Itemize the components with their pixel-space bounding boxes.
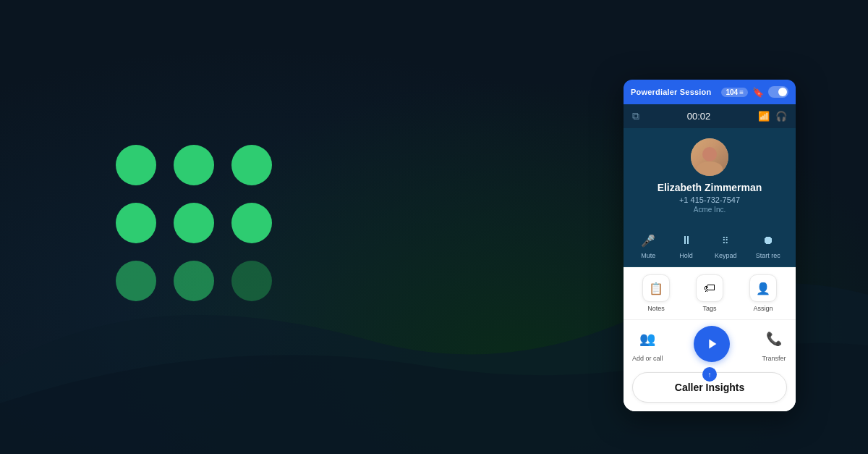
- transfer-button[interactable]: 📞 Transfer: [761, 326, 787, 362]
- dot-2-2: [174, 203, 214, 243]
- transfer-icon: 📞: [761, 326, 787, 352]
- keypad-icon: ⠿: [716, 231, 735, 250]
- transfer-label: Transfer: [762, 355, 786, 362]
- call-timer-bar: ⧉ 00:02 📶 🎧: [624, 104, 796, 128]
- avatar: [691, 138, 728, 176]
- action-row: 📋 Notes 🏷 Tags 👤 Assign: [624, 267, 796, 319]
- call-controls: 🎤 Mute ⏸ Hold ⠿ Keypad ⏺ Start rec: [624, 224, 796, 267]
- start-rec-label: Start rec: [756, 252, 780, 259]
- add-call-label: Add or call: [632, 355, 663, 362]
- mute-icon: 🎤: [639, 231, 658, 250]
- notes-label: Notes: [647, 305, 665, 312]
- dot-1-3: [231, 145, 272, 185]
- contact-name: Elizabeth Zimmerman: [632, 182, 787, 193]
- call-right-icons: 📶 🎧: [758, 111, 787, 122]
- widget-header: Powerdialer Session 104 ≡ 🔖: [624, 80, 796, 104]
- call-timer: 00:02: [687, 111, 711, 122]
- contact-phone: +1 415-732-7547: [632, 196, 787, 204]
- dot-1-2: [174, 145, 214, 185]
- add-or-call-button[interactable]: 👥 Add or call: [632, 326, 663, 362]
- contact-company: Acme Inc.: [632, 206, 787, 214]
- hold-icon: ⏸: [677, 231, 696, 250]
- insights-arrow-icon: [702, 367, 717, 382]
- headset-icon: 🎧: [775, 111, 787, 122]
- dot-3-2: [174, 261, 214, 301]
- notes-icon: 📋: [642, 274, 670, 302]
- add-call-icon: 👥: [634, 326, 660, 352]
- dot-2-1: [116, 203, 156, 243]
- assign-button[interactable]: 👤 Assign: [749, 274, 777, 312]
- screen-share-icon: ⧉: [632, 110, 639, 122]
- next-call-button[interactable]: [694, 326, 730, 362]
- header-controls: 104 ≡ 🔖: [721, 86, 788, 98]
- dot-3-3: [231, 261, 272, 301]
- dot-1-1: [116, 145, 156, 185]
- call-count-badge: 104 ≡: [721, 88, 748, 97]
- keypad-label: Keypad: [715, 252, 737, 259]
- play-icon: [704, 336, 720, 352]
- notes-button[interactable]: 📋 Notes: [642, 274, 670, 312]
- hold-button[interactable]: ⏸ Hold: [677, 231, 696, 259]
- phone-widget: Powerdialer Session 104 ≡ 🔖 ⧉ 00:02 📶 🎧 …: [624, 80, 796, 411]
- nav-row: 👥 Add or call 📞 Transfer: [624, 319, 796, 368]
- bookmark-icon[interactable]: 🔖: [752, 87, 764, 98]
- mute-label: Mute: [641, 252, 655, 259]
- signal-icon: 📶: [758, 111, 770, 122]
- caller-insights-container: Caller Insights: [624, 368, 796, 411]
- tags-button[interactable]: 🏷 Tags: [696, 274, 723, 312]
- dot-grid: [116, 145, 272, 301]
- caller-insights-button[interactable]: Caller Insights: [632, 372, 787, 403]
- keypad-button[interactable]: ⠿ Keypad: [715, 231, 737, 259]
- hold-label: Hold: [679, 252, 693, 259]
- avatar-image: [691, 138, 728, 176]
- widget-title: Powerdialer Session: [631, 88, 711, 96]
- start-rec-button[interactable]: ⏺ Start rec: [756, 231, 780, 259]
- caller-insights-label: Caller Insights: [675, 382, 744, 393]
- assign-icon: 👤: [749, 274, 777, 302]
- dot-2-3: [231, 203, 272, 243]
- contact-area: Elizabeth Zimmerman +1 415-732-7547 Acme…: [624, 128, 796, 224]
- tags-icon: 🏷: [696, 274, 723, 302]
- record-icon: ⏺: [759, 231, 778, 250]
- session-toggle[interactable]: [768, 86, 788, 98]
- dot-3-1: [116, 261, 156, 301]
- tags-label: Tags: [702, 305, 716, 312]
- mute-button[interactable]: 🎤 Mute: [639, 231, 658, 259]
- assign-label: Assign: [753, 305, 773, 312]
